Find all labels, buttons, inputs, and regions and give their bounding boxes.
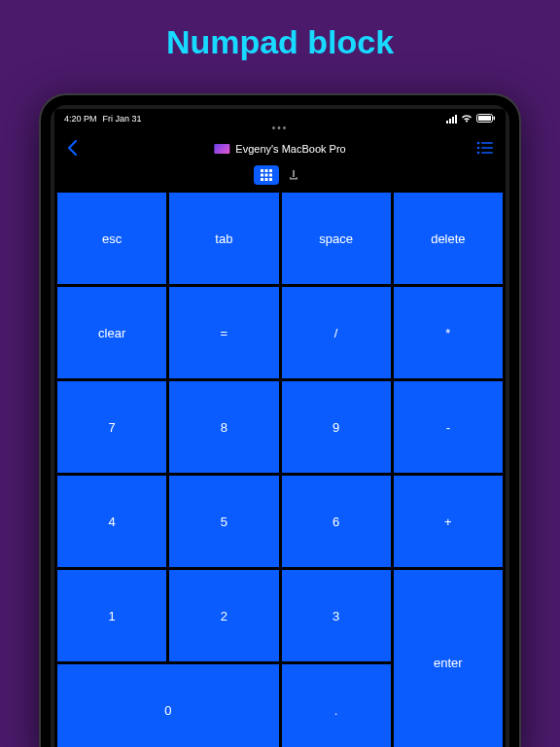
key-clear[interactable]: clear [57,287,166,378]
key-decimal[interactable]: . [282,664,391,747]
list-button[interactable] [476,141,494,158]
svg-rect-18 [293,170,295,177]
key-equals[interactable]: = [169,287,278,378]
key-5[interactable]: 5 [169,476,278,567]
svg-rect-20 [290,177,292,179]
svg-point-5 [477,146,480,149]
svg-rect-15 [261,178,263,181]
key-divide[interactable]: / [282,287,391,378]
key-6[interactable]: 6 [282,476,391,567]
back-button[interactable] [66,139,78,160]
nav-bar: Evgeny's MacBook Pro [54,136,506,161]
ipad-frame: 4:20 PM Fri Jan 31 ••• Evgeny's MacBook … [39,93,521,747]
key-1[interactable]: 1 [57,570,166,661]
key-minus[interactable]: - [394,381,503,473]
nav-title-label: Evgeny's MacBook Pro [235,143,345,155]
svg-rect-4 [481,142,493,144]
svg-rect-16 [265,178,268,181]
key-multiply[interactable]: * [394,287,503,378]
svg-rect-17 [269,178,272,181]
signal-icon [446,115,457,124]
battery-icon [476,114,496,124]
nav-title: Evgeny's MacBook Pro [214,143,345,155]
svg-rect-10 [265,169,268,172]
device-icon [214,144,229,154]
key-enter[interactable]: enter [394,570,503,747]
key-3[interactable]: 3 [282,570,391,661]
status-date: Fri Jan 31 [103,114,142,124]
svg-rect-6 [481,147,493,149]
key-8[interactable]: 8 [169,381,278,473]
key-space[interactable]: space [282,193,391,284]
svg-rect-1 [478,116,491,121]
svg-point-7 [477,151,480,154]
key-7[interactable]: 7 [57,381,166,473]
mode-numpad-button[interactable] [254,165,279,185]
mode-cursor-button[interactable] [281,165,306,185]
svg-rect-14 [269,174,272,177]
key-2[interactable]: 2 [169,570,278,661]
svg-rect-2 [494,116,496,120]
key-delete[interactable]: delete [394,193,503,284]
svg-rect-9 [261,169,263,172]
svg-rect-13 [265,174,268,177]
key-tab[interactable]: tab [169,193,278,284]
key-9[interactable]: 9 [282,381,391,473]
svg-rect-11 [269,169,272,172]
svg-rect-8 [481,152,493,154]
key-4[interactable]: 4 [57,476,166,567]
mode-segmented-control [54,161,506,189]
svg-rect-21 [297,177,298,179]
svg-rect-12 [261,174,263,177]
wifi-icon [461,114,472,124]
multitask-dots-icon[interactable]: ••• [54,124,506,136]
promo-title: Numpad block [0,0,560,61]
status-time: 4:20 PM [64,114,97,124]
device-screen: 4:20 PM Fri Jan 31 ••• Evgeny's MacBook … [54,109,506,747]
key-0[interactable]: 0 [57,664,279,747]
svg-point-3 [477,141,480,144]
key-plus[interactable]: + [394,476,503,567]
numpad-grid: esc tab space delete clear = / * 7 8 9 -… [54,193,506,747]
key-esc[interactable]: esc [57,193,166,284]
